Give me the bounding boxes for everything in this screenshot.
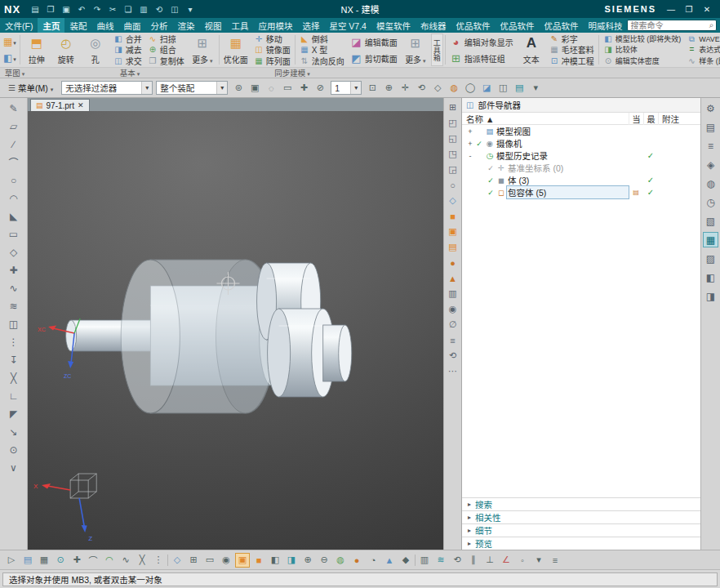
- rotate-view-icon[interactable]: ⟲: [414, 81, 429, 96]
- hole-button[interactable]: ◎ 孔: [81, 33, 110, 66]
- direct-sketch-icon[interactable]: ▦: [2, 36, 18, 47]
- eye-icon[interactable]: ◉: [446, 302, 460, 316]
- assign-feature-group-button[interactable]: ⊞指派特征组: [447, 50, 516, 66]
- assembly-navigator-icon[interactable]: ▤: [703, 119, 718, 135]
- profile-icon[interactable]: ▱: [5, 118, 23, 134]
- section-search[interactable]: ▸ 搜索: [462, 497, 700, 510]
- node-label[interactable]: 模型视图: [496, 125, 629, 137]
- optimize-face-button[interactable]: ▦ 优化面: [221, 33, 251, 66]
- menu-tab-tools[interactable]: 工具: [226, 18, 253, 33]
- sphere-primitive-icon[interactable]: ●: [446, 256, 460, 270]
- pan-view-icon[interactable]: ◉: [219, 553, 233, 568]
- wireframe-icon[interactable]: ◧: [268, 553, 282, 568]
- blank-nesting-button[interactable]: ▦毛坯套料: [547, 44, 597, 55]
- shaded-icon[interactable]: ■: [251, 553, 266, 568]
- roles-icon[interactable]: ◨: [703, 288, 718, 304]
- command-search-input[interactable]: [630, 21, 709, 30]
- block-primitive-icon[interactable]: ■: [446, 209, 460, 223]
- move-component-icon[interactable]: ▲: [382, 553, 397, 568]
- pattern-face-button[interactable]: ▦阵列面: [251, 56, 293, 66]
- perspective-icon[interactable]: ◇: [430, 81, 445, 96]
- 3d-model-canvas[interactable]: XC ZC X: [28, 111, 443, 550]
- manage-icon[interactable]: ◧: [703, 270, 718, 285]
- check-icon[interactable]: ✓: [486, 189, 496, 197]
- split-window-icon[interactable]: ◫: [496, 81, 510, 96]
- menu-tab-mingwei[interactable]: 明威科技: [583, 18, 627, 33]
- sweep-button[interactable]: ∿扫掠: [145, 33, 187, 44]
- chamfer-icon[interactable]: ◣: [5, 208, 23, 224]
- search-icon[interactable]: ⌕: [709, 20, 714, 30]
- node-model-views[interactable]: + ▤ 模型视图: [462, 125, 700, 137]
- measure-icon[interactable]: ∅: [446, 318, 460, 332]
- menu-tab-view[interactable]: 视图: [199, 18, 226, 33]
- record-movie-icon[interactable]: ∠: [499, 553, 513, 568]
- fillet-icon[interactable]: ◠: [5, 190, 23, 206]
- engrave-text-button[interactable]: ✎彩字: [547, 33, 597, 44]
- graphics-window[interactable]: XC ZC X: [28, 111, 443, 550]
- group-label-sketch[interactable]: 草图: [0, 67, 29, 78]
- polygon-icon[interactable]: ◇: [5, 244, 23, 260]
- new-file-icon[interactable]: ▤: [28, 2, 42, 16]
- expander-icon[interactable]: -: [466, 152, 474, 160]
- menu-tab-analysis[interactable]: 分析: [145, 18, 172, 33]
- object-snap-icon[interactable]: ▥: [417, 553, 432, 568]
- bottom-more-icon[interactable]: ▾: [531, 553, 546, 568]
- history-icon[interactable]: ▧: [703, 213, 718, 229]
- zoom-in-icon[interactable]: ▭: [202, 553, 217, 568]
- wireframe-view-icon[interactable]: ◯: [463, 81, 478, 96]
- intersect-curve-icon[interactable]: ╳: [5, 370, 23, 385]
- lasso-select-icon[interactable]: ◌: [264, 81, 278, 96]
- panel-settings-icon[interactable]: ⚙: [703, 100, 718, 116]
- menu-tab-youpin-1[interactable]: 优品软件: [451, 18, 495, 33]
- section-dependencies[interactable]: ▸ 相关性: [462, 510, 700, 523]
- right-view-icon[interactable]: ◳: [446, 147, 460, 161]
- toolbox-button[interactable]: 工具箱: [431, 33, 443, 66]
- navigator-column-headers[interactable]: 名称 ▲ 当 最 附注: [462, 113, 700, 125]
- snap-quadrant-icon[interactable]: ⌒: [86, 553, 100, 568]
- snap-existing-point-icon[interactable]: ◠: [102, 553, 117, 568]
- snap-point-icon[interactable]: ⊚: [231, 81, 246, 96]
- zoom-out-icon[interactable]: ⊕: [300, 553, 315, 568]
- window-switch-icon[interactable]: ◫: [167, 2, 182, 16]
- node-containment-body[interactable]: ✓ ◻ 包容体 (5) ▤ ✓: [462, 186, 700, 198]
- datum-plane-icon[interactable]: ◧: [2, 52, 18, 64]
- top-view-icon[interactable]: ◱: [446, 131, 460, 145]
- menu-tab-routing[interactable]: 布线器: [416, 18, 451, 33]
- selection-scope-dropdown[interactable]: 整个装配: [156, 81, 228, 95]
- edit-solid-density-button[interactable]: ⊙编辑实体密度: [601, 56, 684, 66]
- show-hide-icon[interactable]: ∥: [466, 553, 481, 568]
- line-icon[interactable]: ∕: [5, 136, 23, 152]
- menu-tab-xingkong[interactable]: 星空 V7.4: [324, 18, 371, 33]
- wcs-display-icon[interactable]: ≋: [433, 553, 448, 568]
- highlight-icon[interactable]: ✚: [296, 81, 311, 96]
- section-details[interactable]: ▸ 细节: [462, 523, 700, 537]
- node-body[interactable]: ✓ ◼ 体 (3) ✓: [462, 174, 700, 186]
- datum-display-icon[interactable]: ◇: [446, 194, 460, 207]
- constraints-icon[interactable]: ◔: [366, 553, 380, 568]
- helix-icon[interactable]: ⊙: [5, 442, 23, 457]
- open-file-icon[interactable]: ❐: [43, 2, 58, 16]
- compare-body-button[interactable]: ◨比较体: [601, 44, 684, 55]
- mirror-face-button[interactable]: ◫镜像面: [251, 44, 293, 55]
- snap-control-point-icon[interactable]: ▦: [37, 553, 51, 568]
- view-orient-icon[interactable]: ⊞: [446, 100, 460, 114]
- combine-button[interactable]: ⊕组合: [145, 44, 187, 55]
- chamfer-button[interactable]: ◣倒斜: [297, 33, 347, 44]
- repeat-command-icon[interactable]: ⟲: [152, 2, 167, 16]
- rotate-icon[interactable]: ⊖: [317, 553, 331, 568]
- project-curve-icon[interactable]: ↧: [5, 352, 23, 368]
- select-all-icon[interactable]: ▣: [247, 81, 262, 96]
- studio-render-icon[interactable]: ◨: [284, 553, 299, 568]
- pan-icon[interactable]: ✛: [398, 81, 412, 96]
- front-view-icon[interactable]: ◰: [446, 116, 460, 130]
- snap-end-point-icon[interactable]: ▷: [4, 553, 19, 568]
- undo-icon[interactable]: ↶: [74, 2, 89, 16]
- redo-icon[interactable]: ↷: [90, 2, 104, 16]
- menu-tab-curve[interactable]: 曲线: [91, 18, 118, 33]
- shaded-view-icon[interactable]: ◍: [447, 81, 461, 96]
- make-corner-icon[interactable]: ∟: [5, 388, 23, 403]
- menu-tab-youpin-2[interactable]: 优品软件: [495, 18, 539, 33]
- constraint-navigator-icon[interactable]: ≡: [703, 138, 718, 154]
- copy-body-button[interactable]: ❐复制体: [145, 56, 187, 66]
- snap-point-on-surface-icon[interactable]: ╳: [135, 553, 149, 568]
